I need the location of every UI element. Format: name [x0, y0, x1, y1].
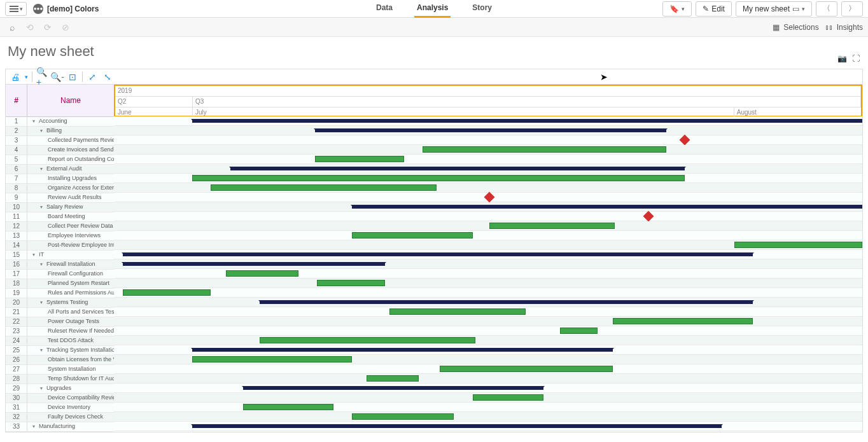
- task-row[interactable]: 7Installing Upgrades: [6, 174, 114, 184]
- task-bar[interactable]: [423, 146, 666, 153]
- task-bar[interactable]: [317, 280, 385, 286]
- milestone[interactable]: [680, 135, 690, 146]
- task-row[interactable]: 19Rules and Permissions Audit: [6, 289, 114, 298]
- task-row[interactable]: 21All Ports and Services Test: [6, 308, 114, 317]
- summary-bar[interactable]: [230, 167, 685, 170]
- task-row[interactable]: 17Firewall Configuration: [6, 270, 114, 279]
- task-row[interactable]: 16▾Firewall Installation: [6, 260, 114, 270]
- tab-analysis[interactable]: Analysis: [414, 0, 451, 18]
- expand-arrow-icon[interactable]: ▾: [32, 424, 38, 429]
- task-bar[interactable]: [367, 375, 418, 382]
- task-bar[interactable]: [473, 394, 543, 401]
- expand-arrow-icon[interactable]: ▾: [40, 300, 45, 305]
- snapshot-icon[interactable]: 📷: [837, 54, 847, 63]
- selections-button[interactable]: ▦Selections: [773, 23, 818, 32]
- clear-all-icon[interactable]: ⊘: [59, 20, 73, 34]
- summary-bar[interactable]: [260, 300, 753, 304]
- task-bar[interactable]: [192, 356, 351, 363]
- smart-search-icon[interactable]: ⌕: [5, 20, 19, 34]
- task-row[interactable]: 9Review Audit Results: [6, 193, 114, 203]
- print-icon[interactable]: 🖨: [10, 71, 21, 83]
- task-row[interactable]: 27System Installation: [6, 365, 114, 375]
- summary-bar[interactable]: [123, 262, 385, 266]
- milestone[interactable]: [643, 211, 654, 222]
- step-fwd-icon[interactable]: ⟳: [41, 20, 55, 34]
- tab-story[interactable]: Story: [470, 0, 494, 18]
- task-row[interactable]: 2▾Billing: [6, 127, 114, 136]
- task-row[interactable]: 1▾Accounting: [6, 117, 114, 127]
- task-row[interactable]: 11Board Meeting: [6, 212, 114, 222]
- task-row[interactable]: 31Device Inventory: [6, 403, 114, 413]
- task-row[interactable]: 24Test DDOS Attack: [6, 336, 114, 346]
- task-row[interactable]: 25▾Tracking System Installation: [6, 346, 114, 356]
- step-back-icon[interactable]: ⟲: [23, 20, 37, 34]
- task-row[interactable]: 28Temp Shutdown for IT Audit: [6, 375, 114, 384]
- task-row[interactable]: 10▾Salary Review: [6, 203, 114, 212]
- summary-bar[interactable]: [192, 424, 721, 428]
- task-row[interactable]: 30Device Compatibility Review: [6, 394, 114, 403]
- task-row[interactable]: 15▾IT: [6, 251, 114, 260]
- tab-data[interactable]: Data: [374, 0, 395, 18]
- task-row[interactable]: 5Report on Outstanding Collections: [6, 155, 114, 165]
- col-name-header[interactable]: Name: [27, 85, 114, 116]
- expand-icon[interactable]: ⤢: [87, 71, 98, 83]
- zoom-fit-icon[interactable]: ⊡: [67, 71, 78, 83]
- prev-sheet-button[interactable]: 〈: [816, 1, 837, 17]
- expand-arrow-icon[interactable]: ▾: [40, 385, 45, 391]
- timeline[interactable]: 2019 Q2 Q3 June July August: [114, 85, 862, 432]
- task-bar[interactable]: [734, 242, 862, 248]
- task-row[interactable]: 32Faulty Devices Check: [6, 413, 114, 422]
- summary-bar[interactable]: [123, 252, 753, 256]
- task-bar[interactable]: [613, 318, 753, 324]
- task-bar[interactable]: [260, 337, 475, 343]
- task-bar[interactable]: [352, 413, 454, 420]
- zoom-in-icon[interactable]: 🔍+: [36, 71, 48, 83]
- zoom-out-icon[interactable]: 🔍-: [52, 71, 63, 83]
- milestone[interactable]: [484, 192, 495, 203]
- task-row[interactable]: 4Create Invoices and Send Invoices: [6, 146, 114, 155]
- task-row[interactable]: 20▾Systems Testing: [6, 298, 114, 308]
- task-bar[interactable]: [123, 289, 211, 296]
- expand-arrow-icon[interactable]: ▾: [32, 118, 38, 124]
- task-row[interactable]: 8Organize Access for External Auditors: [6, 184, 114, 193]
- task-row[interactable]: 33▾Manufacturing: [6, 422, 114, 432]
- edit-button[interactable]: ✎Edit: [696, 1, 732, 17]
- task-row[interactable]: 18Planned System Restart: [6, 279, 114, 289]
- task-row[interactable]: 3Collected Payments Review: [6, 136, 114, 146]
- task-bar[interactable]: [440, 366, 613, 372]
- summary-bar[interactable]: [243, 386, 543, 390]
- task-bar[interactable]: [560, 328, 598, 334]
- task-bar[interactable]: [352, 232, 473, 238]
- task-bar[interactable]: [389, 308, 526, 315]
- summary-bar[interactable]: [352, 205, 862, 209]
- expand-arrow-icon[interactable]: ▾: [40, 347, 45, 353]
- expand-arrow-icon[interactable]: ▾: [40, 166, 45, 172]
- task-row[interactable]: 12Collect Peer Review Data: [6, 222, 114, 231]
- task-bar[interactable]: [315, 156, 404, 162]
- task-bar[interactable]: [243, 404, 333, 410]
- task-row[interactable]: 29▾Upgrades: [6, 384, 114, 394]
- summary-bar[interactable]: [315, 128, 666, 132]
- col-num-header[interactable]: #: [6, 85, 27, 116]
- task-bar[interactable]: [226, 270, 298, 277]
- expand-arrow-icon[interactable]: ▾: [40, 204, 45, 210]
- task-row[interactable]: 23Ruleset Review If Needed: [6, 327, 114, 336]
- expand-arrow-icon[interactable]: ▾: [40, 128, 45, 134]
- main-menu-button[interactable]: ▾: [5, 2, 27, 16]
- summary-bar[interactable]: [192, 119, 862, 123]
- expand-arrow-icon[interactable]: ▾: [40, 261, 45, 267]
- task-row[interactable]: 6▾External Audit: [6, 165, 114, 174]
- insights-button[interactable]: ⫾⫾Insights: [825, 23, 863, 32]
- fullscreen-icon[interactable]: ⛶: [852, 54, 860, 63]
- task-bar[interactable]: [211, 184, 437, 191]
- collapse-icon[interactable]: ⤡: [102, 71, 113, 83]
- sheet-nav-button[interactable]: My new sheet ▭ ▾: [736, 1, 812, 17]
- task-row[interactable]: 26Obtain Licenses from the Vendor: [6, 356, 114, 365]
- expand-arrow-icon[interactable]: ▾: [32, 252, 38, 258]
- task-row[interactable]: 13Employee Interviews: [6, 231, 114, 241]
- next-sheet-button[interactable]: 〉: [841, 1, 863, 17]
- task-row[interactable]: 22Power Outage Tests: [6, 317, 114, 327]
- task-row[interactable]: 14Post-Review Employee Interviews: [6, 241, 114, 251]
- bookmark-button[interactable]: 🔖▾: [662, 1, 692, 17]
- task-bar[interactable]: [192, 175, 685, 181]
